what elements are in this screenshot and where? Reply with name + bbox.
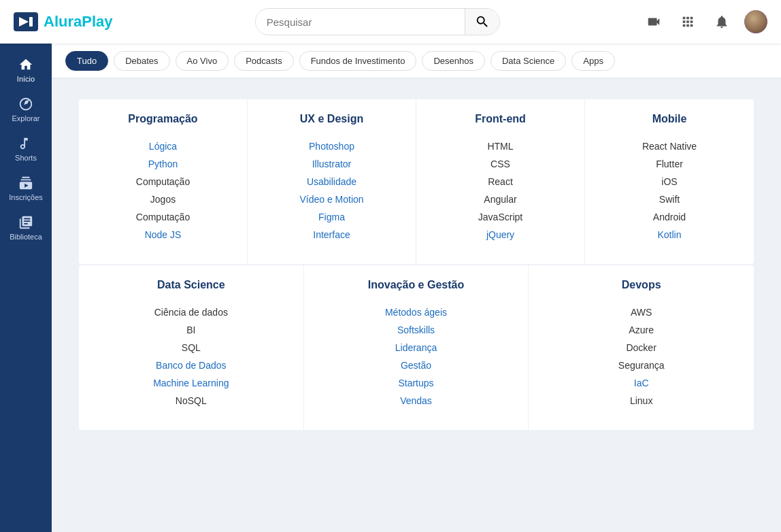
- sidebar: Início Explorar Shorts Inscrições Biblio…: [0, 44, 52, 532]
- upload-icon: [646, 14, 661, 29]
- search-input[interactable]: [256, 11, 465, 33]
- list-item[interactable]: Interface: [268, 226, 395, 244]
- filter-chip-data-science[interactable]: Data Science: [491, 51, 566, 71]
- list-item[interactable]: Figma: [268, 208, 395, 226]
- logo[interactable]: AluraPlay: [14, 12, 113, 31]
- list-item[interactable]: jQuery: [437, 226, 564, 244]
- category-devops: Devops AWS Azure Docker Segurança IaC Li…: [529, 265, 754, 430]
- list-item[interactable]: Ciência de dados: [99, 303, 283, 321]
- filter-chip-podcasts[interactable]: Podcasts: [234, 51, 293, 71]
- filter-chip-apps[interactable]: Apps: [571, 51, 615, 71]
- list-item[interactable]: Gestão: [325, 356, 508, 374]
- sidebar-item-biblioteca[interactable]: Biblioteca: [4, 208, 48, 248]
- list-item[interactable]: Azure: [549, 321, 733, 339]
- list-item[interactable]: Computação: [99, 208, 227, 226]
- list-item[interactable]: Usabilidade: [268, 173, 395, 190]
- list-item[interactable]: AWS: [549, 303, 733, 321]
- list-item[interactable]: Flutter: [605, 155, 733, 173]
- list-item[interactable]: Docker: [549, 339, 733, 356]
- filter-chip-ao-vivo[interactable]: Ao Vivo: [176, 51, 229, 71]
- sidebar-item-inscricoes[interactable]: Inscrições: [4, 169, 48, 208]
- list-item[interactable]: IaC: [549, 374, 733, 392]
- list-item[interactable]: Lógica: [99, 137, 227, 155]
- list-item[interactable]: Jogos: [99, 190, 227, 208]
- logo-icon: [14, 12, 38, 31]
- list-item[interactable]: Illustrator: [268, 155, 395, 173]
- categories-row-1: Programação Lógica Python Computação Jog…: [79, 99, 754, 264]
- list-item[interactable]: React Native: [605, 137, 733, 155]
- notifications-button[interactable]: [710, 10, 733, 33]
- main-content: Programação Lógica Python Computação Jog…: [52, 79, 781, 532]
- list-item[interactable]: Node JS: [99, 226, 227, 244]
- category-title-data-science: Data Science: [99, 279, 283, 291]
- sidebar-label-inicio: Início: [17, 75, 35, 83]
- category-title-devops: Devops: [549, 279, 733, 291]
- sidebar-label-shorts: Shorts: [15, 154, 37, 162]
- home-icon: [18, 57, 33, 72]
- category-programacao: Programação Lógica Python Computação Jog…: [79, 99, 248, 264]
- list-item[interactable]: Vídeo e Motion: [268, 190, 395, 208]
- sidebar-item-inicio[interactable]: Início: [4, 50, 48, 90]
- list-item[interactable]: HTML: [437, 137, 564, 155]
- list-item[interactable]: Kotlin: [605, 226, 733, 244]
- list-item[interactable]: Photoshop: [268, 137, 395, 155]
- filter-bar: Tudo Debates Ao Vivo Podcasts Fundos de …: [52, 44, 781, 79]
- sidebar-label-biblioteca: Biblioteca: [10, 233, 42, 241]
- list-item[interactable]: Machine Learning: [99, 374, 283, 392]
- apps-button[interactable]: [676, 10, 699, 33]
- list-item[interactable]: BI: [99, 321, 283, 339]
- list-item[interactable]: Python: [99, 155, 227, 173]
- list-item[interactable]: Angular: [437, 190, 564, 208]
- bell-icon: [714, 14, 729, 29]
- category-inovacao-gestao: Inovação e Gestão Métodos ágeis Softskil…: [304, 265, 529, 430]
- list-item[interactable]: CSS: [437, 155, 564, 173]
- list-item[interactable]: Android: [605, 208, 733, 226]
- avatar-image: [744, 10, 767, 33]
- category-title-programacao: Programação: [99, 113, 227, 125]
- filter-chip-desenhos[interactable]: Desenhos: [422, 51, 485, 71]
- library-icon: [18, 215, 33, 230]
- list-item[interactable]: NoSQL: [99, 392, 283, 410]
- list-item[interactable]: JavaScript: [437, 208, 564, 226]
- sidebar-item-shorts[interactable]: Shorts: [4, 129, 48, 169]
- logo-text: AluraPlay: [44, 13, 113, 31]
- category-data-science: Data Science Ciência de dados BI SQL Ban…: [79, 265, 304, 430]
- header: AluraPlay: [0, 0, 781, 44]
- category-ux-design: UX e Design Photoshop Illustrator Usabil…: [248, 99, 416, 264]
- list-item[interactable]: Banco de Dados: [99, 356, 283, 374]
- apps-icon: [680, 14, 695, 29]
- sidebar-item-explorar[interactable]: Explorar: [4, 90, 48, 129]
- svg-marker-0: [19, 17, 29, 27]
- category-frontend: Front-end HTML CSS React Angular JavaScr…: [416, 99, 585, 264]
- upload-button[interactable]: [642, 10, 665, 33]
- search-icon: [475, 14, 490, 29]
- category-title-mobile: Mobile: [605, 113, 733, 125]
- search-bar: [255, 8, 500, 35]
- list-item[interactable]: iOS: [605, 173, 733, 190]
- list-item[interactable]: Computação: [99, 173, 227, 190]
- list-item[interactable]: Linux: [549, 392, 733, 410]
- list-item[interactable]: Segurança: [549, 356, 733, 374]
- category-title-inovacao: Inovação e Gestão: [325, 279, 508, 291]
- list-item[interactable]: Métodos ágeis: [325, 303, 508, 321]
- header-actions: [642, 10, 767, 33]
- avatar[interactable]: [744, 10, 767, 33]
- sidebar-label-inscricoes: Inscrições: [9, 193, 43, 201]
- list-item[interactable]: Softskills: [325, 321, 508, 339]
- categories-row-2: Data Science Ciência de dados BI SQL Ban…: [79, 265, 754, 430]
- list-item[interactable]: SQL: [99, 339, 283, 356]
- filter-chip-tudo[interactable]: Tudo: [65, 51, 108, 71]
- compass-icon: [18, 97, 33, 112]
- svg-rect-1: [29, 17, 33, 27]
- subscriptions-icon: [18, 176, 33, 190]
- filter-chip-debates[interactable]: Debates: [114, 51, 169, 71]
- filter-chip-fundos[interactable]: Fundos de Investimento: [299, 51, 417, 71]
- category-title-frontend: Front-end: [437, 113, 564, 125]
- list-item[interactable]: Swift: [605, 190, 733, 208]
- search-button[interactable]: [465, 9, 499, 35]
- list-item[interactable]: Liderança: [325, 339, 508, 356]
- list-item[interactable]: React: [437, 173, 564, 190]
- list-item[interactable]: Startups: [325, 374, 508, 392]
- list-item[interactable]: Vendas: [325, 392, 508, 410]
- category-mobile: Mobile React Native Flutter iOS Swift An…: [585, 99, 754, 264]
